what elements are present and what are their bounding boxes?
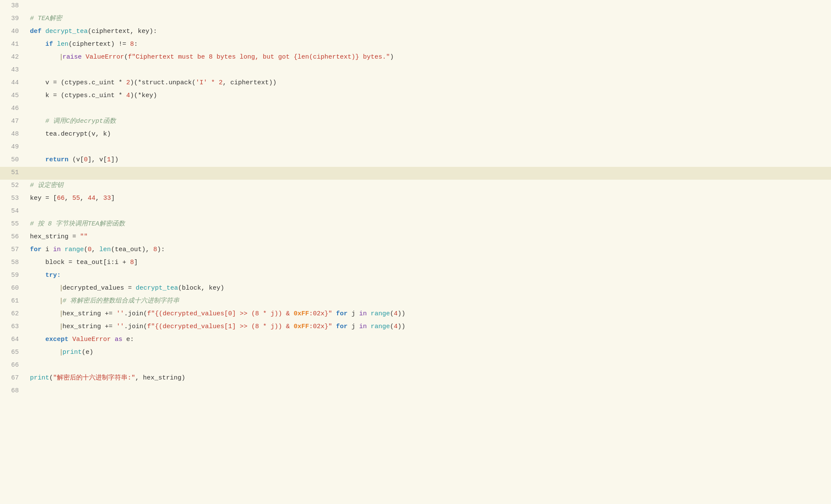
code-line: 55# 按 8 字节块调用TEA解密函数 [0, 218, 831, 231]
code-line: 61 # 将解密后的整数组合成十六进制字符串 [0, 295, 831, 308]
line-number: 53 [0, 193, 26, 203]
code-line: 52# 设定密钥 [0, 180, 831, 193]
line-content [26, 359, 831, 370]
line-number: 45 [0, 90, 26, 101]
code-line: 67print("解密后的十六进制字符串:", hex_string) [0, 372, 831, 385]
line-content: hex_string += ''.join(f"{(decrypted_valu… [26, 308, 831, 319]
line-number: 50 [0, 154, 26, 165]
line-number: 56 [0, 231, 26, 242]
code-line: 44 v = (ctypes.c_uint * 2)(*struct.unpac… [0, 77, 831, 90]
line-number: 55 [0, 218, 26, 229]
line-number: 61 [0, 295, 26, 306]
line-content: key = [66, 55, 44, 33] [26, 193, 831, 203]
line-number: 58 [0, 257, 26, 267]
line-content: # 将解密后的整数组合成十六进制字符串 [26, 295, 831, 306]
line-number: 54 [0, 205, 26, 216]
line-content: try: [26, 270, 831, 280]
code-editor: 38 39# TEA解密40def decrypt_tea(ciphertext… [0, 0, 831, 504]
line-number: 67 [0, 372, 26, 383]
code-line: 65 print(e) [0, 347, 831, 359]
line-number: 46 [0, 103, 26, 113]
line-content: # 设定密钥 [26, 180, 831, 190]
line-number: 47 [0, 116, 26, 126]
code-line: 43 [0, 64, 831, 77]
line-number: 48 [0, 128, 26, 139]
line-number: 52 [0, 180, 26, 190]
line-number: 68 [0, 385, 26, 396]
code-line: 58 block = tea_out[i:i + 8] [0, 257, 831, 270]
line-content: print("解密后的十六进制字符串:", hex_string) [26, 372, 831, 383]
line-content: hex_string += ''.join(f"{(decrypted_valu… [26, 321, 831, 332]
line-content [26, 167, 831, 178]
line-content [26, 141, 831, 152]
line-number: 41 [0, 39, 26, 49]
code-line: 53key = [66, 55, 44, 33] [0, 193, 831, 205]
line-number: 39 [0, 13, 26, 24]
line-number: 51 [0, 167, 26, 178]
code-line: 40def decrypt_tea(ciphertext, key): [0, 26, 831, 39]
line-content: return (v[0], v[1]) [26, 154, 831, 165]
code-line: 47 # 调用C的decrypt函数 [0, 116, 831, 128]
line-number: 59 [0, 270, 26, 280]
line-content: # TEA解密 [26, 13, 831, 24]
line-content: except ValueError as e: [26, 334, 831, 344]
code-line: 64 except ValueError as e: [0, 334, 831, 347]
code-line: 66 [0, 359, 831, 372]
line-number: 65 [0, 347, 26, 357]
code-line: 62 hex_string += ''.join(f"{(decrypted_v… [0, 308, 831, 321]
code-line: 38 [0, 0, 831, 13]
code-line: 45 k = (ctypes.c_uint * 4)(*key) [0, 90, 831, 103]
line-content [26, 0, 831, 11]
code-line: 68 [0, 385, 831, 398]
code-line: 50 return (v[0], v[1]) [0, 154, 831, 167]
line-number: 60 [0, 282, 26, 293]
line-number: 42 [0, 51, 26, 62]
line-number: 49 [0, 141, 26, 152]
line-number: 63 [0, 321, 26, 332]
line-content: for i in range(0, len(tea_out), 8): [26, 244, 831, 255]
line-content: block = tea_out[i:i + 8] [26, 257, 831, 267]
line-number: 57 [0, 244, 26, 255]
code-line: 46 [0, 103, 831, 116]
code-line: 59 try: [0, 270, 831, 282]
code-line: 39# TEA解密 [0, 13, 831, 26]
line-content: k = (ctypes.c_uint * 4)(*key) [26, 90, 831, 101]
line-content: hex_string = "" [26, 231, 831, 242]
line-content [26, 64, 831, 75]
code-line: 42 raise ValueError(f"Ciphertext must be… [0, 51, 831, 64]
line-content: tea.decrypt(v, k) [26, 128, 831, 139]
line-content: if len(ciphertext) != 8: [26, 39, 831, 49]
line-content: def decrypt_tea(ciphertext, key): [26, 26, 831, 36]
line-content: decrypted_values = decrypt_tea(block, ke… [26, 282, 831, 293]
line-number: 62 [0, 308, 26, 319]
line-content: raise ValueError(f"Ciphertext must be 8 … [26, 51, 831, 62]
code-line: 56hex_string = "" [0, 231, 831, 244]
code-line: 49 [0, 141, 831, 154]
code-line: 41 if len(ciphertext) != 8: [0, 39, 831, 51]
code-line: 51 [0, 167, 831, 180]
line-content [26, 385, 831, 396]
line-number: 64 [0, 334, 26, 344]
code-line: 54 [0, 205, 831, 218]
line-number: 66 [0, 359, 26, 370]
line-content: print(e) [26, 347, 831, 357]
line-content: # 按 8 字节块调用TEA解密函数 [26, 218, 831, 229]
line-content: # 调用C的decrypt函数 [26, 116, 831, 126]
line-number: 43 [0, 64, 26, 75]
code-line: 57for i in range(0, len(tea_out), 8): [0, 244, 831, 257]
code-line: 48 tea.decrypt(v, k) [0, 128, 831, 141]
line-content: v = (ctypes.c_uint * 2)(*struct.unpack('… [26, 77, 831, 88]
code-line: 63 hex_string += ''.join(f"{(decrypted_v… [0, 321, 831, 334]
code-line: 60 decrypted_values = decrypt_tea(block,… [0, 282, 831, 295]
line-number: 38 [0, 0, 26, 11]
line-number: 44 [0, 77, 26, 88]
line-content [26, 103, 831, 113]
line-content [26, 205, 831, 216]
line-number: 40 [0, 26, 26, 36]
